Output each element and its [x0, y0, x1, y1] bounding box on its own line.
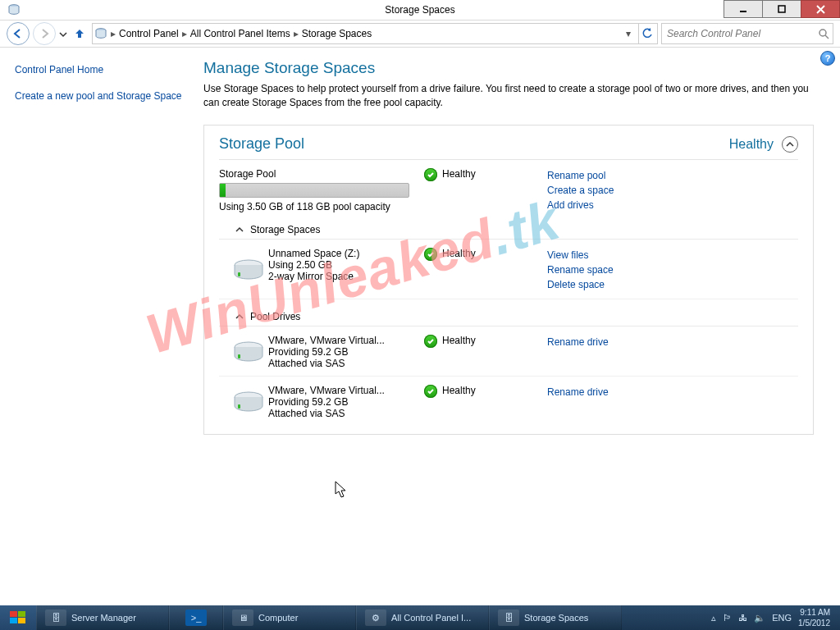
nav-bar: ▸ Control Panel ▸ All Control Panel Item…: [0, 21, 840, 48]
svg-point-6: [819, 30, 826, 36]
breadcrumb-sep-icon: ▸: [109, 28, 117, 39]
pool-title: Storage Pool: [219, 135, 729, 153]
svg-rect-2: [778, 6, 785, 12]
tray-flag-icon[interactable]: 🏳: [723, 613, 732, 623]
add-drives-link[interactable]: Add drives: [547, 198, 798, 212]
svg-rect-17: [18, 618, 25, 623]
drive-name: VMware, VMware Virtual...: [268, 335, 424, 346]
page-description: Use Storage Spaces to help protect yours…: [203, 82, 814, 110]
chevron-up-icon: [235, 313, 244, 321]
taskbar-item-control-panel[interactable]: ⚙All Control Panel I...: [356, 605, 489, 630]
search-input[interactable]: [665, 27, 818, 40]
maximize-button[interactable]: [762, 0, 801, 18]
taskbar-item-server-manager[interactable]: 🗄Server Manager: [36, 605, 169, 630]
address-bar[interactable]: ▸ Control Panel ▸ All Control Panel Item…: [92, 23, 658, 44]
card-header: Storage Pool Healthy: [219, 126, 798, 160]
space-status: Healthy: [442, 248, 476, 259]
app-icon: ⚙: [365, 609, 386, 626]
svg-rect-16: [10, 618, 17, 623]
section-label: Pool Drives: [250, 311, 300, 322]
breadcrumb-root[interactable]: Control Panel: [119, 28, 179, 39]
collapse-button[interactable]: [782, 136, 798, 153]
space-name: Unnamed Space (Z:): [268, 248, 424, 259]
disk-icon: [229, 385, 268, 419]
healthy-icon: [424, 248, 437, 261]
window-title: Storage Spaces: [0, 4, 840, 16]
page-heading: Manage Storage Spaces: [203, 59, 814, 77]
sidebar: Control Panel Home Create a new pool and…: [0, 48, 195, 605]
drive-status: Healthy: [442, 385, 476, 396]
capacity-bar: [219, 183, 409, 198]
delete-space-link[interactable]: Delete space: [547, 277, 798, 292]
svg-rect-13: [238, 404, 240, 409]
app-icon: 🗄: [498, 609, 519, 626]
drive-capacity: Providing 59.2 GB: [268, 346, 424, 358]
title-bar: Storage Spaces: [0, 0, 840, 21]
tray-chevron-icon[interactable]: ▵: [711, 613, 716, 623]
forward-button[interactable]: [33, 22, 56, 45]
pool-name: Storage Pool: [219, 168, 424, 180]
history-dropdown-icon[interactable]: [59, 30, 67, 39]
svg-line-7: [825, 35, 829, 39]
capacity-fill: [220, 184, 226, 197]
sidebar-new-pool-link[interactable]: Create a new pool and Storage Space: [15, 89, 187, 103]
main-panel: Manage Storage Spaces Use Storage Spaces…: [195, 48, 840, 605]
address-icon: [94, 28, 107, 39]
space-item: Unnamed Space (Z:) Using 2.50 GB 2-way M…: [219, 240, 798, 299]
refresh-button[interactable]: [638, 24, 655, 43]
window-buttons: [724, 0, 840, 16]
pool-drives-section-header[interactable]: Pool Drives: [219, 303, 798, 326]
disk-icon: [229, 248, 268, 292]
breadcrumb-mid[interactable]: All Control Panel Items: [190, 28, 290, 39]
storage-spaces-section-header[interactable]: Storage Spaces: [219, 216, 798, 240]
pool-usage: Using 3.50 GB of 118 GB pool capacity: [219, 201, 424, 212]
sidebar-home-link[interactable]: Control Panel Home: [15, 62, 187, 77]
drive-item: VMware, VMware Virtual... Providing 59.2…: [219, 326, 798, 377]
minimize-button[interactable]: [724, 0, 763, 18]
rename-drive-link[interactable]: Rename drive: [547, 385, 798, 399]
healthy-icon: [424, 385, 437, 398]
svg-rect-9: [238, 272, 240, 276]
healthy-icon: [424, 335, 437, 348]
disk-icon: [229, 335, 268, 369]
system-tray: ▵ 🏳 🖧 🔈 ENG 9:11 AM 1/5/2012: [705, 605, 840, 630]
app-icon: [0, 4, 28, 16]
tray-network-icon[interactable]: 🖧: [738, 613, 747, 623]
tray-clock[interactable]: 9:11 AM 1/5/2012: [798, 607, 833, 628]
tray-sound-icon[interactable]: 🔈: [754, 613, 765, 623]
taskbar-item-computer[interactable]: 🖥Computer: [223, 605, 356, 630]
pool-status: Healthy: [442, 168, 476, 180]
pool-summary-row: Storage Pool Using 3.50 GB of 118 GB poo…: [219, 168, 798, 212]
chevron-up-icon: [235, 226, 244, 234]
start-button[interactable]: [0, 605, 36, 630]
content-area: ? Control Panel Home Create a new pool a…: [0, 48, 840, 605]
address-dropdown-icon[interactable]: ▾: [620, 24, 637, 43]
back-button[interactable]: [7, 22, 30, 45]
create-space-link[interactable]: Create a space: [547, 183, 798, 198]
svg-rect-11: [238, 354, 240, 358]
svg-rect-14: [10, 611, 17, 617]
taskbar-item-powershell[interactable]: >_: [169, 605, 223, 630]
taskbar-item-storage-spaces[interactable]: 🗄Storage Spaces: [489, 605, 622, 630]
breadcrumb-leaf[interactable]: Storage Spaces: [302, 28, 372, 39]
tray-language[interactable]: ENG: [772, 613, 792, 623]
search-icon: [818, 28, 829, 39]
section-label: Storage Spaces: [250, 224, 320, 235]
view-files-link[interactable]: View files: [547, 248, 798, 262]
up-button[interactable]: [71, 25, 89, 43]
drive-attach: Attached via SAS: [268, 408, 424, 419]
space-type: 2-way Mirror Space: [268, 271, 424, 282]
app-icon: 🖥: [232, 609, 253, 626]
search-box[interactable]: [661, 23, 833, 44]
rename-pool-link[interactable]: Rename pool: [547, 168, 798, 183]
drive-item: VMware, VMware Virtual... Providing 59.2…: [219, 377, 798, 426]
rename-drive-link[interactable]: Rename drive: [547, 335, 798, 349]
storage-pool-card: Storage Pool Healthy Storage Pool Using …: [203, 125, 814, 435]
healthy-icon: [424, 168, 437, 181]
close-button[interactable]: [801, 0, 840, 18]
svg-rect-15: [18, 611, 25, 617]
drive-attach: Attached via SAS: [268, 358, 424, 369]
taskbar: 🗄Server Manager >_ 🖥Computer ⚙All Contro…: [0, 605, 840, 630]
pool-health-summary: Healthy: [729, 137, 774, 152]
rename-space-link[interactable]: Rename space: [547, 262, 798, 277]
